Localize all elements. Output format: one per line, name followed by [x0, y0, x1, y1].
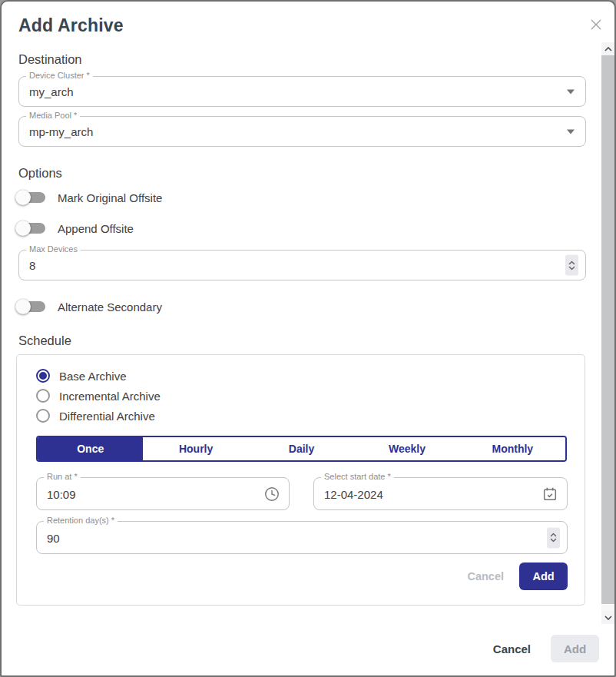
- calendar-icon[interactable]: [541, 486, 558, 503]
- tab-once[interactable]: Once: [38, 437, 143, 460]
- chevron-up-icon: [550, 533, 557, 537]
- radio-icon: [36, 389, 50, 403]
- close-button[interactable]: [588, 16, 604, 33]
- tab-monthly[interactable]: Monthly: [460, 437, 565, 460]
- chevron-down-icon: [550, 539, 557, 543]
- schedule-panel: Base Archive Incremental Archive Differe…: [16, 354, 585, 606]
- append-offsite-label: Append Offsite: [58, 222, 134, 235]
- schedule-cancel-button[interactable]: Cancel: [467, 570, 504, 582]
- chevron-down-icon[interactable]: [567, 90, 575, 95]
- retention-days-value: 90: [47, 531, 60, 544]
- radio-label: Differential Archive: [59, 410, 155, 423]
- toggle-thumb: [15, 190, 31, 205]
- scrollbar-up-icon: [604, 47, 612, 51]
- schedule-actions: Cancel Add: [467, 563, 568, 590]
- scroll-up-button[interactable]: [601, 42, 614, 55]
- radio-incremental-archive[interactable]: Incremental Archive: [36, 388, 161, 403]
- dialog-footer: Cancel Add: [493, 635, 599, 662]
- mark-original-offsite-toggle[interactable]: [15, 190, 46, 205]
- number-stepper[interactable]: [547, 527, 560, 548]
- scrollbar-thumb[interactable]: [601, 55, 614, 604]
- media-pool-select[interactable]: Media Pool * mp-my_arch: [18, 116, 586, 147]
- dialog-title: Add Archive: [18, 15, 124, 36]
- mark-original-offsite-row: Mark Original Offsite: [15, 189, 162, 206]
- start-date-label: Select start date *: [321, 472, 394, 481]
- alternate-secondary-row: Alternate Secondary: [15, 298, 162, 315]
- tab-daily[interactable]: Daily: [249, 437, 354, 460]
- vertical-scrollbar[interactable]: [601, 42, 614, 624]
- tab-hourly[interactable]: Hourly: [143, 437, 248, 460]
- scroll-down-button[interactable]: [601, 611, 614, 624]
- append-offsite-toggle[interactable]: [15, 221, 46, 236]
- frequency-tabbar: Once Hourly Daily Weekly Monthly: [36, 436, 567, 462]
- retention-days-field[interactable]: Retention day(s) * 90: [36, 521, 568, 554]
- number-stepper[interactable]: [565, 255, 578, 276]
- media-pool-value: mp-my_arch: [29, 125, 93, 138]
- schedule-add-button[interactable]: Add: [519, 563, 568, 590]
- run-at-field[interactable]: Run at * 10:09: [36, 477, 290, 510]
- radio-label: Incremental Archive: [59, 390, 161, 403]
- start-date-value: 12-04-2024: [324, 487, 383, 500]
- options-heading: Options: [18, 166, 62, 181]
- max-devices-value: 8: [29, 259, 35, 272]
- run-at-value: 10:09: [47, 487, 76, 500]
- chevron-down-icon[interactable]: [567, 130, 575, 134]
- scrollbar-down-icon: [604, 616, 612, 620]
- add-archive-dialog: Add Archive Destination Device Cluster *…: [0, 0, 616, 677]
- radio-icon: [36, 409, 50, 423]
- chevron-down-icon: [568, 266, 575, 270]
- radio-icon: [36, 369, 50, 383]
- mark-original-offsite-label: Mark Original Offsite: [58, 191, 162, 204]
- max-devices-label: Max Devices: [26, 244, 81, 254]
- footer-cancel-button[interactable]: Cancel: [493, 642, 531, 655]
- device-cluster-value: my_arch: [29, 85, 74, 98]
- close-icon: [590, 18, 602, 31]
- alternate-secondary-label: Alternate Secondary: [58, 300, 162, 314]
- toggle-thumb: [15, 221, 31, 236]
- retention-days-label: Retention day(s) *: [44, 516, 118, 525]
- start-date-field[interactable]: Select start date * 12-04-2024: [313, 477, 568, 510]
- clock-icon[interactable]: [263, 486, 280, 503]
- chevron-up-icon: [568, 261, 575, 264]
- media-pool-label: Media Pool *: [26, 111, 80, 120]
- radio-base-archive[interactable]: Base Archive: [36, 368, 127, 383]
- radio-label: Base Archive: [59, 370, 127, 383]
- footer-add-button[interactable]: Add: [551, 635, 599, 662]
- run-at-label: Run at *: [44, 472, 81, 481]
- device-cluster-label: Device Cluster *: [26, 71, 93, 80]
- radio-differential-archive[interactable]: Differential Archive: [36, 408, 155, 423]
- toggle-thumb: [15, 299, 31, 314]
- max-devices-field[interactable]: Max Devices 8: [18, 250, 586, 280]
- destination-heading: Destination: [18, 52, 82, 67]
- alternate-secondary-toggle[interactable]: [15, 299, 46, 314]
- append-offsite-row: Append Offsite: [15, 220, 134, 237]
- tab-weekly[interactable]: Weekly: [354, 437, 459, 460]
- schedule-heading: Schedule: [18, 334, 71, 348]
- device-cluster-select[interactable]: Device Cluster * my_arch: [18, 76, 586, 107]
